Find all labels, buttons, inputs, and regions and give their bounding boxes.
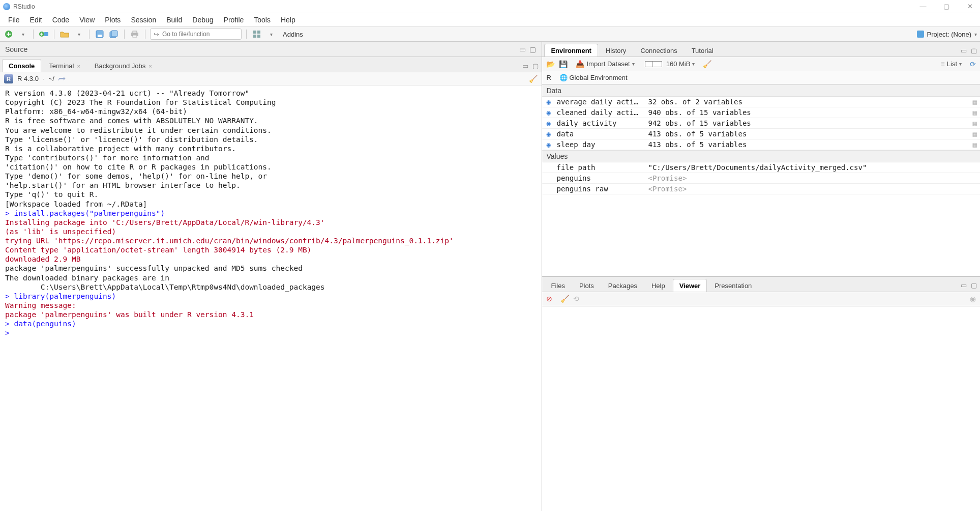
env-row[interactable]: ◉cleaned_daily_acti…940 obs. of 15 varia… [542, 107, 980, 118]
remove-viewer-icon[interactable]: ⊘ [546, 295, 552, 303]
br-tab-files[interactable]: Files [544, 279, 571, 292]
menu-code[interactable]: Code [47, 14, 74, 25]
maximize-button[interactable]: ▢ [939, 3, 954, 10]
open-file-button[interactable] [59, 29, 70, 40]
open-file-dropdown[interactable]: ▾ [73, 29, 84, 40]
scope-dropdown[interactable]: 🌐 Global Environment [559, 74, 628, 81]
environment-tabs: EnvironmentHistoryConnectionsTutorial ▭ … [542, 42, 980, 57]
refresh-icon[interactable]: ⟳ [970, 60, 976, 68]
svg-rect-13 [257, 35, 260, 38]
close-button[interactable]: ✕ [963, 3, 977, 10]
menu-build[interactable]: Build [161, 14, 187, 25]
menu-profile[interactable]: Profile [219, 14, 249, 25]
menu-file[interactable]: File [3, 14, 25, 25]
env-row[interactable]: ◉average_daily_acti…32 obs. of 2 variabl… [542, 97, 980, 107]
save-all-button[interactable] [108, 29, 120, 40]
import-dataset-dropdown[interactable]: 📥 Import Dataset [576, 60, 634, 68]
source-maximize-icon[interactable]: ▢ [528, 45, 537, 53]
sync-viewer-icon[interactable]: ⟲ [573, 295, 579, 303]
load-workspace-icon[interactable]: 📂 [546, 60, 555, 68]
publish-icon[interactable]: ◉ [970, 295, 976, 303]
expand-icon[interactable]: ◉ [546, 108, 553, 117]
expand-icon[interactable]: ◉ [546, 119, 553, 127]
menu-session[interactable]: Session [126, 14, 161, 25]
env-row[interactable]: penguins<Promise> [542, 173, 980, 184]
env-var-desc: 32 obs. of 2 variables [648, 98, 967, 106]
new-project-button[interactable] [38, 29, 49, 40]
main-toolbar: ▾ ▾ ↪ ▾ Addins Project: (None) ▾ [0, 26, 980, 42]
env-var-name: sleep_day [556, 140, 645, 149]
grid-view-button[interactable] [251, 29, 262, 40]
source-pane-collapsed[interactable]: Source ▭ ▢ [0, 42, 542, 57]
source-minimize-icon[interactable]: ▭ [518, 45, 526, 53]
close-icon[interactable]: × [149, 63, 152, 69]
br-tab-help[interactable]: Help [645, 279, 672, 292]
env-var-name: data [556, 130, 645, 138]
br-tab-viewer[interactable]: Viewer [673, 279, 707, 292]
expand-icon[interactable]: ◉ [546, 140, 553, 149]
viewer-maximize-icon[interactable]: ▢ [970, 281, 978, 290]
menubar: FileEditCodeViewPlotsSessionBuildDebugPr… [0, 13, 980, 26]
goto-file-function[interactable]: ↪ [150, 29, 242, 40]
env-tab-environment[interactable]: Environment [544, 44, 598, 56]
globe-icon: 🌐 [559, 74, 568, 81]
clear-workspace-icon[interactable]: 🧹 [703, 60, 711, 68]
clear-viewer-icon[interactable]: 🧹 [560, 295, 569, 303]
env-tab-connections[interactable]: Connections [634, 44, 684, 56]
language-dropdown[interactable]: R [546, 74, 551, 81]
env-row[interactable]: file_path"C:/Users/Brett/Documents/daily… [542, 162, 980, 173]
view-mode-dropdown[interactable]: ≡ List [941, 60, 962, 68]
expand-icon[interactable]: ◉ [546, 98, 553, 106]
grid-view-dropdown[interactable]: ▾ [265, 29, 277, 40]
env-row[interactable]: ◉daily_activity942 obs. of 15 variables▦ [542, 118, 980, 129]
viewer-minimize-icon[interactable]: ▭ [960, 281, 968, 290]
br-tab-packages[interactable]: Packages [602, 279, 644, 292]
save-button[interactable] [94, 29, 105, 40]
console-output[interactable]: R version 4.3.0 (2023-04-21 ucrt) -- "Al… [0, 86, 542, 511]
print-button[interactable] [129, 29, 140, 40]
view-data-icon[interactable]: ▦ [973, 119, 977, 127]
view-data-icon[interactable]: ▦ [973, 98, 977, 106]
env-row[interactable]: penguins_raw<Promise> [542, 184, 980, 194]
r-logo-icon: R [4, 74, 13, 83]
scope-label: Global Environment [569, 74, 627, 81]
clear-console-icon[interactable]: 🧹 [529, 75, 538, 83]
br-tab-plots[interactable]: Plots [573, 279, 601, 292]
menu-debug[interactable]: Debug [187, 14, 218, 25]
close-icon[interactable]: × [77, 63, 80, 69]
menu-tools[interactable]: Tools [249, 14, 276, 25]
new-file-button[interactable] [3, 29, 14, 40]
new-file-dropdown[interactable]: ▾ [17, 29, 28, 40]
env-var-desc: 413 obs. of 5 variables [648, 130, 967, 138]
console-tab-background-jobs[interactable]: Background Jobs× [88, 59, 159, 72]
menu-help[interactable]: Help [276, 14, 301, 25]
save-workspace-icon[interactable]: 💾 [559, 60, 568, 68]
memory-usage-dropdown[interactable]: 160 MiB [643, 60, 695, 68]
env-row[interactable]: ◉data413 obs. of 5 variables▦ [542, 129, 980, 139]
project-label[interactable]: Project: (None) [927, 31, 971, 38]
console-maximize-icon[interactable]: ▢ [531, 62, 540, 70]
minimize-button[interactable]: — [916, 3, 930, 10]
menu-plots[interactable]: Plots [100, 14, 126, 25]
console-minimize-icon[interactable]: ▭ [521, 62, 529, 70]
br-tab-presentation[interactable]: Presentation [708, 279, 758, 292]
env-maximize-icon[interactable]: ▢ [970, 46, 978, 54]
env-tab-history[interactable]: History [599, 44, 633, 56]
viewer-tabs: FilesPlotsPackagesHelpViewerPresentation… [542, 277, 980, 292]
project-dropdown[interactable]: ▾ [974, 32, 977, 37]
expand-icon[interactable]: ◉ [546, 130, 553, 138]
console-tab-terminal[interactable]: Terminal× [42, 59, 87, 72]
env-var-name: cleaned_daily_acti… [556, 108, 645, 117]
view-dir-icon[interactable]: ⮫ [58, 75, 66, 83]
view-data-icon[interactable]: ▦ [973, 140, 977, 149]
addins-dropdown[interactable]: Addins [280, 30, 306, 39]
console-tab-console[interactable]: Console [2, 59, 41, 72]
env-row[interactable]: ◉sleep_day413 obs. of 5 variables▦ [542, 139, 980, 150]
env-tab-tutorial[interactable]: Tutorial [685, 44, 720, 56]
env-minimize-icon[interactable]: ▭ [960, 46, 968, 54]
menu-view[interactable]: View [74, 14, 100, 25]
view-data-icon[interactable]: ▦ [973, 130, 977, 138]
view-data-icon[interactable]: ▦ [973, 108, 977, 117]
goto-input[interactable] [162, 31, 233, 38]
menu-edit[interactable]: Edit [25, 14, 47, 25]
